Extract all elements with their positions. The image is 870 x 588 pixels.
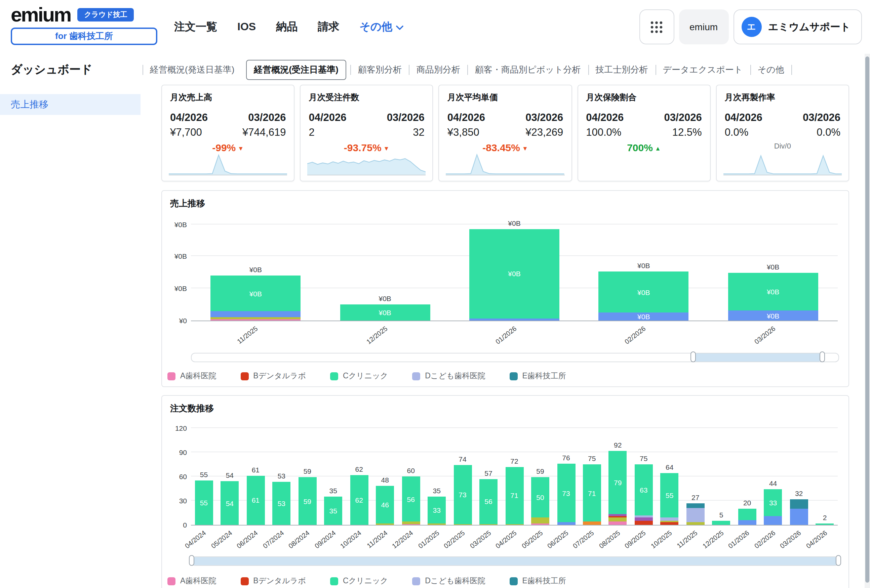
bar-segment[interactable]: ¥0B — [728, 273, 818, 311]
bar-segment[interactable] — [376, 523, 394, 525]
bar-segment[interactable] — [531, 523, 549, 525]
bar-segment[interactable] — [738, 509, 756, 520]
legend-item[interactable]: Dこども歯科医院 — [412, 576, 485, 586]
bar-segment[interactable]: ¥0B — [469, 229, 559, 319]
bar-segment[interactable]: 61 — [246, 476, 265, 525]
legend-item[interactable]: Cクリニック — [330, 576, 388, 586]
bar-segment-label: 79 — [609, 478, 627, 487]
orders-datazoom-slider[interactable] — [191, 557, 839, 566]
bar-segment[interactable] — [453, 524, 472, 525]
bar-segment[interactable] — [687, 503, 705, 508]
datazoom-handle-left[interactable] — [189, 555, 194, 566]
bar-segment[interactable] — [661, 517, 679, 521]
sidebar-item-sales-trend[interactable]: 売上推移 — [0, 94, 140, 115]
bar-segment[interactable]: 55 — [195, 481, 213, 525]
tab-technician-analysis[interactable]: 技工士別分析 — [588, 64, 655, 76]
tab-product-analysis[interactable]: 商品別分析 — [409, 64, 468, 76]
bar-segment[interactable] — [687, 523, 705, 525]
legend-item[interactable]: E歯科技工所 — [509, 576, 566, 586]
bar-segment[interactable] — [635, 515, 653, 517]
legend-item[interactable]: Cクリニック — [330, 371, 388, 381]
bar-segment[interactable] — [210, 311, 301, 317]
bar-segment[interactable] — [790, 499, 808, 509]
bar-segment[interactable]: 50 — [531, 477, 549, 517]
bar-segment[interactable] — [583, 521, 601, 525]
bar-segment[interactable] — [557, 523, 575, 525]
bar-segment[interactable] — [661, 523, 679, 525]
bar-segment[interactable] — [738, 520, 756, 525]
bar-segment-label: 53 — [272, 499, 290, 508]
tab-customer-product-pivot[interactable]: 顧客・商品別ピボット分析 — [468, 64, 588, 76]
sidebar-title: ダッシュボード — [11, 62, 92, 77]
nav-invoice[interactable]: 請求 — [318, 20, 339, 34]
tab-customer-analysis[interactable]: 顧客別分析 — [351, 64, 409, 76]
bar-segment[interactable]: 33 — [428, 497, 446, 523]
bar-segment[interactable] — [609, 514, 627, 516]
bar-segment[interactable]: 53 — [272, 482, 290, 525]
legend-item[interactable]: Dこども歯科医院 — [412, 371, 485, 381]
bar-segment[interactable] — [428, 523, 446, 525]
legend-item[interactable]: A歯科医院 — [167, 371, 216, 381]
bar-segment[interactable]: 54 — [220, 481, 239, 525]
scrollbar-thumb[interactable] — [865, 57, 869, 583]
bar-segment[interactable]: 46 — [376, 486, 394, 523]
bar-segment[interactable] — [816, 523, 834, 525]
bar-segment[interactable] — [531, 517, 549, 523]
bar-segment[interactable] — [402, 524, 420, 525]
tab-overview-ship-date[interactable]: 経営概況(発送日基準) — [143, 64, 242, 76]
bar-segment[interactable]: ¥0B — [210, 275, 301, 311]
sales-datazoom-slider[interactable] — [191, 353, 839, 362]
nav-invoice-label: 請求 — [318, 20, 339, 34]
nav-ios[interactable]: IOS — [237, 21, 256, 33]
logo-block[interactable]: emium クラウド技工 for 歯科技工所 — [11, 4, 157, 45]
legend-item[interactable]: Bデンタルラボ — [240, 371, 306, 381]
tab-data-export[interactable]: データエクスポート — [655, 64, 750, 76]
bar-segment[interactable] — [609, 521, 627, 525]
bar-segment[interactable]: 56 — [402, 476, 420, 521]
bar-segment[interactable] — [609, 516, 627, 518]
bar-segment[interactable] — [210, 317, 301, 319]
bar-segment[interactable]: 71 — [505, 467, 523, 524]
datazoom-selection[interactable] — [192, 557, 839, 565]
bar-segment[interactable] — [505, 524, 523, 525]
bar-segment[interactable] — [764, 516, 782, 525]
tab-overview-order-date[interactable]: 経営概況(受注日基準) — [246, 60, 346, 80]
nav-delivery[interactable]: 納品 — [276, 20, 298, 34]
bar-segment[interactable]: 73 — [557, 464, 575, 523]
bar-segment[interactable] — [712, 521, 730, 525]
datazoom-selection[interactable] — [693, 353, 822, 362]
bar-segment[interactable] — [210, 319, 301, 320]
bar-segment[interactable] — [402, 521, 420, 524]
legend-item[interactable]: E歯科技工所 — [509, 371, 566, 381]
nav-order-list[interactable]: 注文一覧 — [174, 20, 217, 34]
bar-segment[interactable]: 56 — [480, 479, 498, 524]
bar-segment[interactable]: 71 — [583, 464, 601, 521]
bar-segment[interactable]: ¥0B — [728, 310, 818, 320]
bar-segment-label: 35 — [324, 507, 342, 515]
tab-other[interactable]: その他 — [750, 64, 791, 76]
bar-segment[interactable] — [480, 524, 498, 525]
bar-segment[interactable] — [661, 521, 679, 523]
bar-segment[interactable] — [469, 319, 559, 320]
nav-more[interactable]: その他 — [359, 20, 404, 34]
bar-segment[interactable] — [635, 517, 653, 521]
account-button[interactable]: emium — [679, 9, 728, 44]
bar-segment[interactable]: ¥0B — [599, 313, 689, 320]
datazoom-handle-right[interactable] — [819, 351, 825, 362]
datazoom-handle-left[interactable] — [690, 351, 696, 362]
user-menu-button[interactable]: エ エミウムサポート — [733, 9, 862, 44]
bar-segment[interactable]: ¥0B — [340, 304, 430, 320]
legend-item[interactable]: A歯科医院 — [167, 576, 216, 586]
x-axis-label: 03/2026 — [739, 324, 778, 356]
kpi-periods: 04/202603/2026 — [170, 112, 286, 124]
apps-grid-button[interactable] — [639, 9, 674, 44]
bar-segment[interactable] — [635, 521, 653, 525]
bar-segment[interactable]: ¥0B — [599, 271, 689, 313]
page-scrollbar[interactable] — [865, 54, 870, 588]
bar-segment[interactable]: 59 — [298, 477, 316, 525]
bar-segment[interactable]: 63 — [635, 464, 653, 515]
legend-item[interactable]: Bデンタルラボ — [240, 576, 306, 586]
datazoom-handle-right[interactable] — [836, 555, 841, 566]
bar-segment[interactable]: 35 — [324, 497, 342, 525]
bar-segment[interactable] — [609, 517, 627, 521]
